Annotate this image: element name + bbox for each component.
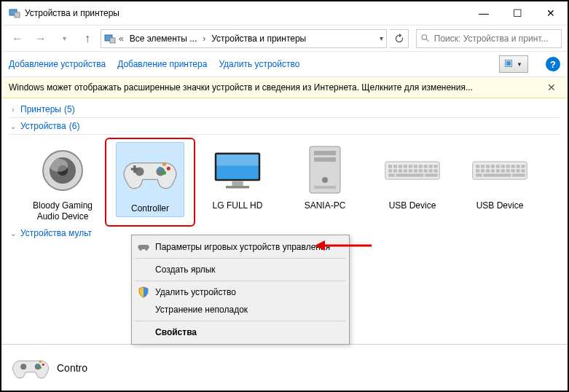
search-icon: [421, 34, 430, 43]
svg-rect-50: [429, 169, 433, 172]
add-printer-button[interactable]: Добавление принтера: [117, 59, 207, 69]
maximize-button[interactable]: ☐: [501, 1, 534, 25]
help-button[interactable]: ?: [546, 57, 560, 71]
svg-rect-62: [506, 165, 510, 168]
device-label: Controller: [131, 203, 169, 214]
address-bar[interactable]: « Все элементы ... › Устройства и принте…: [101, 29, 387, 48]
gamepad-icon: [12, 352, 50, 384]
svg-rect-58: [486, 165, 490, 168]
svg-rect-77: [483, 173, 511, 176]
details-pane: Contro: [1, 344, 568, 391]
minimize-button[interactable]: —: [467, 1, 501, 25]
device-label: Bloody Gaming Audio Device: [22, 200, 103, 222]
svg-point-81: [20, 364, 26, 369]
breadcrumb-seg2[interactable]: Устройства и принтеры: [208, 34, 309, 44]
group-printers-count: (5): [64, 104, 75, 114]
recent-dropdown[interactable]: ▾: [54, 28, 74, 49]
menu-troubleshoot[interactable]: Устранение неполадок: [133, 301, 348, 318]
add-device-button[interactable]: Добавление устройства: [9, 59, 106, 69]
search-input[interactable]: [434, 34, 557, 44]
device-item-pc[interactable]: SANIA-PC: [281, 139, 369, 225]
svg-point-29: [322, 177, 328, 183]
titlebar: Устройства и принтеры — ☐ ✕: [1, 1, 568, 25]
svg-point-84: [42, 363, 44, 365]
chevron-down-icon: ⌄: [9, 230, 17, 238]
svg-rect-41: [433, 165, 437, 168]
info-bar-close-icon[interactable]: ✕: [543, 82, 560, 93]
device-label: SANIA-PC: [305, 200, 346, 211]
device-label: USB Device: [389, 200, 436, 211]
svg-rect-52: [388, 173, 395, 176]
forward-button[interactable]: →: [31, 28, 51, 49]
menu-label: Свойства: [155, 327, 197, 337]
svg-rect-75: [521, 169, 525, 172]
close-button[interactable]: ✕: [534, 1, 568, 25]
group-devices-label: Устройства: [20, 121, 66, 131]
search-box[interactable]: [416, 29, 562, 48]
svg-rect-47: [414, 169, 417, 172]
svg-marker-80: [315, 240, 325, 251]
svg-rect-65: [521, 165, 525, 168]
group-printers-label: Принтеры: [20, 104, 61, 114]
svg-rect-28: [314, 157, 336, 162]
svg-rect-40: [429, 165, 433, 168]
svg-rect-54: [425, 173, 437, 176]
svg-rect-30: [314, 186, 336, 189]
svg-rect-64: [517, 165, 520, 168]
svg-point-12: [50, 159, 68, 172]
svg-rect-34: [399, 165, 402, 168]
svg-rect-71: [501, 169, 505, 172]
svg-rect-1: [15, 12, 20, 17]
svg-line-5: [426, 39, 428, 42]
back-button[interactable]: ←: [7, 28, 28, 49]
pc-tower-icon: [294, 142, 356, 199]
svg-rect-25: [226, 186, 249, 188]
keyboard-icon: [468, 142, 531, 199]
svg-rect-61: [501, 165, 505, 168]
svg-rect-23: [216, 154, 258, 165]
breadcrumb-separator: «: [119, 34, 124, 44]
remove-device-button[interactable]: Удалить устройство: [219, 59, 299, 69]
info-bar[interactable]: Windows может отображать расширенные зна…: [1, 77, 568, 98]
menu-label: Устранение неполадок: [155, 305, 248, 315]
device-item-monitor[interactable]: LG FULL HD: [194, 139, 281, 225]
svg-rect-57: [481, 165, 484, 168]
svg-rect-20: [131, 168, 138, 170]
view-options-button[interactable]: ▼: [499, 55, 528, 73]
menu-properties[interactable]: Свойства: [133, 324, 348, 341]
svg-rect-67: [481, 169, 484, 172]
device-item-audio[interactable]: Bloody Gaming Audio Device: [19, 139, 106, 225]
device-item-usb1[interactable]: USB Device: [369, 139, 456, 225]
up-button[interactable]: ↑: [77, 28, 98, 49]
svg-rect-66: [476, 169, 479, 172]
chevron-down-icon: ⌄: [9, 122, 17, 130]
breadcrumb-seg1[interactable]: Все элементы ...: [127, 34, 200, 44]
menu-label: Создать ярлык: [155, 264, 216, 275]
menu-label: Удалить устройство: [155, 287, 236, 297]
address-dropdown-icon[interactable]: ▾: [380, 34, 383, 42]
device-item-controller[interactable]: Controller: [106, 139, 194, 225]
svg-rect-69: [491, 169, 495, 172]
group-devices[interactable]: ⌄ Устройства (6): [9, 118, 560, 135]
group-printers[interactable]: › Принтеры (5): [9, 101, 560, 118]
svg-rect-45: [404, 169, 407, 172]
svg-rect-35: [404, 165, 407, 168]
svg-rect-27: [314, 151, 336, 155]
breadcrumb-chevron: ›: [203, 34, 205, 44]
svg-rect-68: [486, 169, 490, 172]
content-area: › Принтеры (5) ⌄ Устройства (6) Bloody G…: [1, 98, 568, 241]
annotation-arrow: [315, 239, 373, 252]
menu-create-shortcut[interactable]: Создать ярлык: [133, 261, 348, 278]
devices-icon: [9, 7, 20, 19]
window-title: Устройства и принтеры: [25, 8, 467, 18]
gamepad-icon: [119, 145, 181, 202]
refresh-button[interactable]: [390, 29, 409, 48]
svg-point-85: [36, 363, 39, 365]
menu-remove-device[interactable]: Удалить устройство: [133, 283, 348, 301]
svg-point-15: [162, 162, 166, 166]
shield-icon: [138, 286, 149, 298]
device-item-usb2[interactable]: USB Device: [456, 139, 544, 225]
svg-rect-43: [393, 169, 397, 172]
device-label: USB Device: [476, 200, 524, 211]
speaker-icon: [31, 142, 94, 199]
